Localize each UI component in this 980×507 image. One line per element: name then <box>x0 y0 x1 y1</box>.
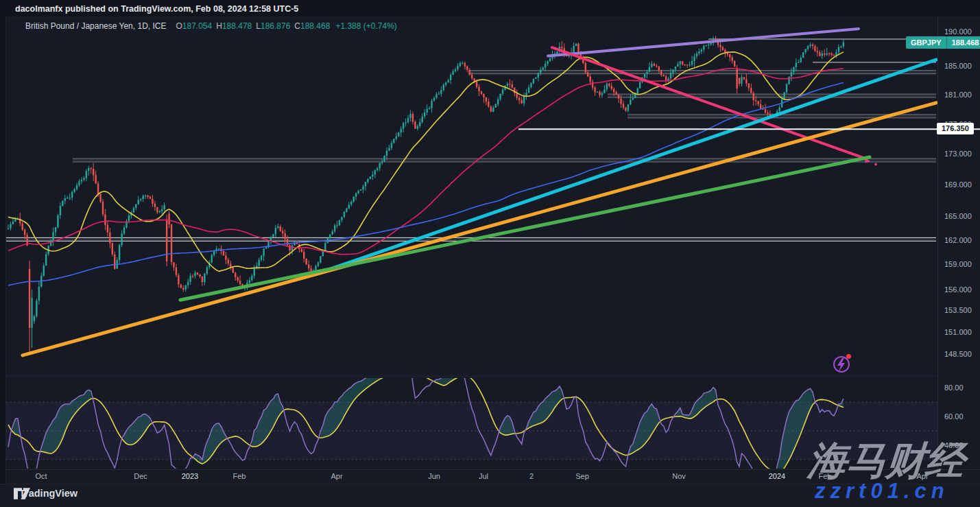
ma-slow-blue <box>8 82 844 285</box>
uptrend-cyan <box>317 60 936 274</box>
ohlc-value: 186.876 <box>261 21 290 31</box>
candles <box>8 36 844 353</box>
level-band <box>73 158 936 162</box>
symbol-legend[interactable]: British Pound / Japanese Yen, 1D, ICEO18… <box>25 21 397 31</box>
tradingview-footer[interactable]: TradingView <box>14 488 77 499</box>
ohlc-value: 187.054 <box>182 21 212 31</box>
tradingview-logo-icon[interactable] <box>14 488 30 499</box>
badge-price: 188.468 <box>947 36 980 49</box>
badge-symbol: GBPJPY <box>906 36 947 49</box>
main-pane <box>6 29 936 355</box>
ohlc-values: O187.054H188.478L186.876C188.468 <box>171 21 330 31</box>
ohlc-letter: O <box>176 21 182 31</box>
app-root: dacolmanfx published on TradingView.com,… <box>0 0 980 507</box>
ohlc-letter: L <box>256 21 261 31</box>
idea-logo-icon <box>834 354 851 372</box>
uptrend-orange <box>23 103 936 355</box>
ohlc-value: 188.478 <box>222 21 252 31</box>
publish-bar: dacolmanfx published on TradingView.com,… <box>15 4 298 14</box>
ohlc-value: 188.468 <box>300 21 330 31</box>
change-value: +1.388 (+0.74%) <box>335 21 396 31</box>
level-band <box>608 94 936 97</box>
watermark-url: zzrt01.cn <box>815 479 949 504</box>
price-chart-svg[interactable] <box>0 0 980 507</box>
ohlc-letter: H <box>216 21 222 31</box>
publish-text: dacolmanfx published on TradingView.com,… <box>15 4 298 14</box>
symbol-title: British Pound / Japanese Yen, 1D, ICE <box>25 21 166 31</box>
ohlc-letter: C <box>294 21 300 31</box>
channel-top-purple <box>548 29 859 56</box>
last-price-badge: GBPJPY 188.468 <box>906 36 980 49</box>
price-axis[interactable] <box>938 17 980 469</box>
downtrend-pink <box>552 47 866 158</box>
level-price-badge: 176.350 <box>937 123 974 134</box>
uptrend-green <box>180 157 870 300</box>
